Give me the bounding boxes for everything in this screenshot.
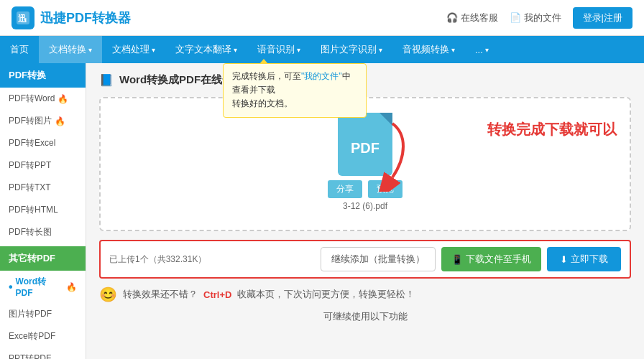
- sidebar-section-pdf-convert: PDF转换: [0, 63, 86, 88]
- nav-voice-recognize[interactable]: 语音识别▾: [247, 36, 310, 63]
- nav-doc-process[interactable]: 文档处理▾: [102, 36, 165, 63]
- nav-more[interactable]: ...▾: [465, 36, 499, 63]
- nav-image-ocr[interactable]: 图片文字识别▾: [310, 36, 392, 63]
- logo-icon: 迅: [12, 6, 34, 29]
- svg-text:迅: 迅: [18, 14, 27, 24]
- file-name-label: 3-12 (6).pdf: [115, 201, 615, 211]
- upload-info: 已上传1个（共332.31K）: [109, 253, 206, 266]
- sidebar-item-pdf-word[interactable]: PDF转Word 🔥: [0, 88, 86, 110]
- chevron-down-icon: ▾: [451, 46, 455, 54]
- fire-icon: 🔥: [58, 94, 68, 104]
- myfile-link[interactable]: 📄 我的文件: [510, 11, 561, 24]
- header-right: 🎧 在线客服 📄 我的文件 登录|注册: [446, 7, 632, 29]
- header: 迅 迅捷PDF转换器 🎧 在线客服 📄 我的文件 登录|注册: [0, 0, 644, 36]
- sidebar-item-pdf-ppt[interactable]: PDF转PPT: [0, 154, 86, 177]
- logo-text: 迅捷PDF转换器: [40, 9, 131, 27]
- sidebar-item-word-pdf[interactable]: • Word转PDF 🔥: [0, 271, 86, 303]
- nav-av-convert[interactable]: 音视频转换▾: [392, 36, 465, 63]
- smiley-icon: 😊: [99, 286, 117, 303]
- service-link[interactable]: 🎧 在线客服: [446, 11, 498, 24]
- login-button[interactable]: 登录|注册: [573, 7, 632, 29]
- download-now-button[interactable]: ⬇ 立即下载: [547, 247, 621, 271]
- nav-home[interactable]: 首页: [0, 36, 39, 63]
- headset-icon: 🎧: [446, 12, 458, 23]
- fire-icon: 🔥: [55, 116, 65, 126]
- phone-icon: 📱: [451, 254, 463, 265]
- dot-icon: •: [9, 281, 13, 293]
- tip-bar: 😊 转换效果还不错？ Ctrl+D 收藏本页，下次访问更方便，转换更轻松！: [99, 286, 631, 303]
- sidebar-item-pdf-image[interactable]: PDF转图片 🔥: [0, 110, 86, 132]
- nav-doc-convert[interactable]: 文档转换▾: [39, 36, 102, 63]
- nav-bar: 首页 文档转换▾ 文档处理▾ 文字文本翻译▾ 语音识别▾ 图片文字识别▾ 音视频…: [0, 36, 644, 63]
- document-icon: 📘: [99, 73, 114, 87]
- nav-text-translate[interactable]: 文字文本翻译▾: [165, 36, 247, 63]
- logo: 迅 迅捷PDF转换器: [12, 6, 131, 29]
- file-actions: 分享 预览: [115, 180, 615, 198]
- share-button[interactable]: 分享: [328, 180, 362, 198]
- action-bar: 已上传1个（共332.31K） 继续添加（批量转换） 📱 下载文件至手机 ⬇ 立…: [99, 240, 631, 279]
- fire-icon: 🔥: [66, 282, 77, 292]
- sidebar-item-excel-pdf[interactable]: Excel转PDF: [0, 325, 86, 348]
- sidebar-item-image-pdf[interactable]: 图片转PDF: [0, 303, 86, 325]
- arrow-indicator: [371, 120, 414, 194]
- sidebar: PDF转换 PDF转Word 🔥 PDF转图片 🔥 PDF转Excel PDF转…: [0, 63, 86, 359]
- chevron-down-icon: ▾: [152, 46, 155, 54]
- tooltip-box: 完成转换后，可至"我的文件"中查看并下载 转换好的文档。: [223, 63, 367, 118]
- sidebar-section-other-to-pdf: 其它转PDF: [0, 246, 86, 271]
- sidebar-item-pdf-html[interactable]: PDF转HTML: [0, 199, 86, 221]
- chevron-down-icon: ▾: [88, 46, 92, 54]
- chevron-down-icon: ▾: [297, 46, 300, 54]
- sidebar-item-ppt-pdf[interactable]: PPT转PDF: [0, 348, 86, 359]
- sidebar-item-pdf-excel[interactable]: PDF转Excel: [0, 132, 86, 154]
- file-icon: 📄: [510, 12, 521, 23]
- convert-complete-label: 转换完成下载就可以: [487, 120, 617, 139]
- action-buttons: 继续添加（批量转换） 📱 下载文件至手机 ⬇ 立即下载: [321, 247, 621, 271]
- continue-section: 可继续使用以下功能: [99, 310, 631, 323]
- download-icon: ⬇: [560, 254, 568, 265]
- sidebar-item-pdf-txt[interactable]: PDF转TXT: [0, 177, 86, 199]
- chevron-down-icon: ▾: [485, 46, 489, 54]
- sidebar-item-pdf-longimage[interactable]: PDF转长图: [0, 221, 86, 243]
- shortcut-label: Ctrl+D: [203, 289, 231, 300]
- download-phone-button[interactable]: 📱 下载文件至手机: [441, 247, 541, 271]
- chevron-down-icon: ▾: [379, 46, 382, 54]
- add-more-button[interactable]: 继续添加（批量转换）: [321, 247, 436, 271]
- chevron-down-icon: ▾: [234, 46, 237, 54]
